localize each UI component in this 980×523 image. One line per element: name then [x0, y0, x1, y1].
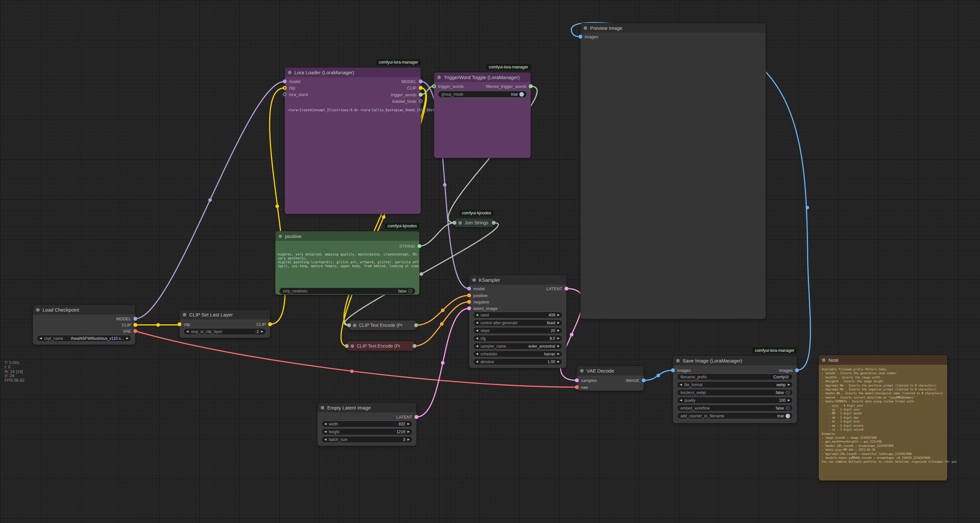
increment-arrow-icon[interactable]: ▶	[407, 438, 410, 441]
increment-arrow-icon[interactable]: ▶	[557, 352, 560, 355]
node-join-strings[interactable]: Join Strings	[455, 218, 494, 227]
increment-arrow-icon[interactable]: ▶	[788, 399, 790, 402]
input-port-latent_image[interactable]: latent_image	[469, 306, 566, 311]
increment-arrow-icon[interactable]: ▶	[557, 321, 560, 324]
decrement-arrow-icon[interactable]: ◀	[324, 430, 326, 433]
widget-cfg[interactable]: ◀cfg8.0▶	[473, 335, 563, 342]
port-dot-model[interactable]	[419, 79, 423, 83]
output-port-filtered_trigger_words[interactable]: filtered_trigger_words	[434, 84, 531, 89]
increment-arrow-icon[interactable]: ▶	[557, 329, 560, 332]
output-port-CLIP[interactable]: CLIP	[285, 85, 421, 90]
collapsed-input-dot[interactable]	[345, 344, 348, 348]
increment-arrow-icon[interactable]: ▶	[557, 337, 560, 340]
collapse-dot[interactable]	[584, 26, 587, 30]
node-positive[interactable]: positiveSTRINGstrip_newlinesfalsehighres…	[275, 231, 419, 295]
decrement-arrow-icon[interactable]: ◀	[680, 383, 682, 386]
node-cte-negative[interactable]: CLIP Text Encode (Pr	[347, 341, 415, 351]
decrement-arrow-icon[interactable]: ◀	[324, 423, 326, 425]
port-dot-latent[interactable]	[415, 415, 418, 419]
decrement-arrow-icon[interactable]: ◀	[476, 352, 478, 355]
widget-file-format[interactable]: ◀file_formatwebp▶	[677, 381, 793, 388]
port-dot-clip[interactable]	[419, 86, 423, 90]
toggle-off-icon[interactable]	[786, 390, 790, 395]
node-header[interactable]: Note	[819, 355, 947, 365]
toggle-on-icon[interactable]	[786, 414, 790, 418]
node-header[interactable]: positive	[275, 231, 419, 241]
widget-control-after-generate[interactable]: ◀control after generatefixed▶	[473, 319, 563, 326]
toggle-off-icon[interactable]	[408, 289, 412, 293]
output-port-STRING[interactable]: STRING	[275, 244, 419, 249]
output-port-LATENT[interactable]: LATENT	[469, 286, 566, 291]
node-header[interactable]: Lora Loader (LoraManager)	[285, 67, 421, 77]
output-port-MODEL[interactable]: MODEL	[285, 79, 421, 84]
node-lora-loader[interactable]: Lora Loader (LoraManager)modelcliplora_s…	[285, 67, 421, 214]
widget-strip-newlines[interactable]: strip_newlinesfalse	[279, 288, 415, 295]
decrement-arrow-icon[interactable]: ◀	[324, 438, 326, 441]
increment-arrow-icon[interactable]: ▶	[407, 423, 410, 425]
collapse-dot[interactable]	[822, 358, 826, 362]
widget-width[interactable]: ◀width832▶	[321, 420, 412, 427]
collapse-dot[interactable]	[676, 359, 680, 363]
widget-denoise[interactable]: ◀denoise1.00▶	[473, 358, 563, 365]
node-vae-decode[interactable]: VAE DecodesamplesvaeIMAGE	[577, 366, 644, 391]
increment-arrow-icon[interactable]: ▶	[407, 430, 410, 433]
widget-scheduler[interactable]: ◀schedulerkarras▶	[473, 350, 563, 357]
node-preview-image[interactable]: Preview Imageimages	[581, 23, 766, 319]
widget-embed-workflow[interactable]: embed_workflowfalse	[677, 405, 793, 412]
port-dot-latent[interactable]	[565, 287, 568, 290]
collapse-dot[interactable]	[278, 235, 282, 238]
decrement-arrow-icon[interactable]: ◀	[680, 399, 682, 402]
port-dot-image[interactable]	[579, 35, 582, 39]
collapsed-input-dot[interactable]	[347, 323, 351, 327]
node-clip-set-last-layer[interactable]: CLIP Set Last LayerclipCLIP◀stop_at_clip…	[180, 310, 270, 338]
node-header[interactable]: Preview Image	[581, 23, 766, 33]
collapse-dot[interactable]	[321, 406, 324, 409]
collapsed-output-dot[interactable]	[414, 323, 418, 327]
node-ksampler[interactable]: KSamplermodelpositivenegativelatent_imag…	[469, 275, 566, 368]
node-header[interactable]: Empty Latent Image	[317, 403, 417, 412]
decrement-arrow-icon[interactable]: ◀	[476, 337, 478, 340]
increment-arrow-icon[interactable]: ▶	[557, 360, 560, 363]
input-port-vae[interactable]: vae	[577, 385, 644, 390]
widget-seed[interactable]: ◀seed409▶	[473, 312, 563, 319]
decrement-arrow-icon[interactable]: ◀	[476, 345, 478, 347]
node-save-image[interactable]: Save Image (LoraManager)imagesimagesfile…	[673, 356, 797, 423]
decrement-arrow-icon[interactable]: ◀	[476, 321, 478, 324]
output-port-trigger_words[interactable]: trigger_words	[285, 92, 421, 97]
collapse-dot[interactable]	[288, 71, 291, 74]
port-dot-image[interactable]	[795, 368, 799, 372]
output-port-LATENT[interactable]: LATENT	[317, 414, 417, 420]
widget-group-mode[interactable]: group_modetrue	[438, 91, 527, 98]
node-triggerword-toggle[interactable]: TriggerWord Toggle (LoraManager)trigger_…	[434, 72, 531, 158]
input-port-images[interactable]: images	[581, 34, 766, 39]
collapse-dot[interactable]	[183, 313, 186, 317]
collapse-dot[interactable]	[353, 323, 356, 327]
port-dot-string[interactable]	[419, 93, 423, 97]
output-port-IMAGE[interactable]: IMAGE	[577, 378, 644, 383]
widget-batch-size[interactable]: ◀batch_size3▶	[321, 436, 412, 443]
collapse-dot[interactable]	[580, 369, 584, 372]
widget-height[interactable]: ◀height1216▶	[321, 428, 412, 435]
port-dot-conditioning[interactable]	[467, 293, 471, 297]
widget-ckpt-name[interactable]: ◀ckpt_nameil\waiNSFWIllustrious_v110.s..…	[37, 335, 132, 342]
widget-filename-prefix[interactable]: filename_prefixComfyUI	[677, 374, 793, 380]
output-port-images[interactable]: images	[673, 368, 797, 373]
decrement-arrow-icon[interactable]: ◀	[476, 314, 478, 317]
node-header[interactable]: Load Checkpoint	[33, 305, 135, 314]
port-dot-conditioning[interactable]	[467, 300, 471, 304]
collapse-dot[interactable]	[458, 221, 462, 225]
node-header[interactable]: VAE Decode	[577, 366, 644, 376]
decrement-arrow-icon[interactable]: ◀	[40, 337, 42, 340]
collapsed-output-dot[interactable]	[412, 344, 417, 348]
node-canvas[interactable]: T: 0.00sI: 0N: 14 [14]V: 28FPS:58.82 Loa…	[0, 0, 980, 523]
widget-steps[interactable]: ◀steps20▶	[473, 327, 563, 334]
collapse-dot[interactable]	[36, 308, 40, 312]
increment-arrow-icon[interactable]: ▶	[126, 337, 129, 340]
node-load-checkpoint[interactable]: Load CheckpointMODELCLIPVAE◀ckpt_nameil\…	[33, 305, 135, 345]
port-dot-vae[interactable]	[134, 329, 137, 333]
prompt-text-area[interactable]: highres, very detailed, amazing quality,…	[278, 253, 419, 286]
port-dot-clip[interactable]	[134, 323, 137, 327]
node-header[interactable]: CLIP Set Last Layer	[180, 310, 270, 319]
increment-arrow-icon[interactable]: ▶	[261, 330, 263, 333]
collapsed-output-dot[interactable]	[492, 221, 496, 225]
